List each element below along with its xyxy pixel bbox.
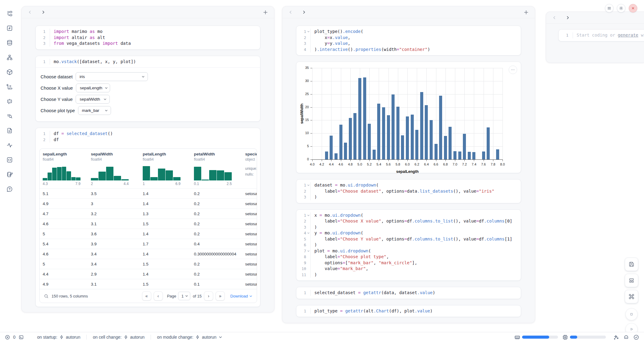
fold-gutter[interactable]: [306, 230, 310, 236]
chart-y-axis-title: sepalWidth: [300, 104, 304, 124]
copilot-button[interactable]: [623, 334, 629, 340]
tracing-icon[interactable]: [6, 142, 13, 148]
chevron-down-icon: [139, 75, 145, 78]
cpu-usage[interactable]: [562, 334, 606, 340]
dataframe-code-editor[interactable]: 1df = selected_dataset()2df: [36, 128, 260, 145]
code-line: 1x = mo.ui.dropdown(: [298, 212, 517, 219]
keyboard-shortcuts-button[interactable]: [625, 290, 638, 303]
table-row[interactable]: 4.931.40.2setosa: [40, 198, 257, 208]
column-histogram[interactable]: [143, 165, 181, 180]
file-tree-icon[interactable]: [6, 10, 13, 17]
last-page-button[interactable]: »: [216, 291, 225, 301]
run-config-segment[interactable]: on cell change:autorun: [86, 335, 151, 340]
selected-value: sepalLength: [80, 86, 102, 90]
table-row[interactable]: 4.63.41.40.30000000000000004setosa: [40, 249, 257, 259]
table-row[interactable]: 5.43.91.70.4setosa: [40, 239, 257, 249]
search-icon[interactable]: [44, 294, 48, 298]
chart-plot-area[interactable]: 051015202530354.04.24.44.64.85.05.25.45.…: [296, 62, 521, 173]
column-name[interactable]: petalLength: [143, 152, 188, 156]
dataset-dropdown-code-editor[interactable]: 1dataset = mo.ui.dropdown(2 label="Choos…: [296, 180, 521, 203]
generate-with-ai-link[interactable]: generate: [618, 33, 638, 37]
connection-status-button[interactable]: [633, 334, 639, 340]
settings-button[interactable]: [617, 4, 625, 12]
page-select[interactable]: 1: [178, 292, 190, 300]
logs-search-icon[interactable]: [6, 113, 13, 119]
packages-icon[interactable]: [6, 69, 13, 75]
imports-code-editor[interactable]: 1import marimo as mo2import altair as al…: [36, 26, 260, 49]
table-body: 5.13.51.40.2setosa4.931.40.2setosa4.73.2…: [40, 188, 257, 289]
column-name[interactable]: sepalWidth: [91, 152, 137, 156]
fold-gutter: [306, 188, 310, 194]
choose-y-value-select[interactable]: sepalWidth: [76, 95, 110, 104]
choose-x-value-select[interactable]: sepalLength: [76, 84, 110, 92]
next-page-button[interactable]: ›: [204, 291, 213, 301]
table-row[interactable]: 4.63.11.50.2setosa: [40, 219, 257, 229]
table-row[interactable]: 53.61.40.2setosa: [40, 229, 257, 239]
run-config-segment[interactable]: on startup:autorun: [31, 335, 87, 340]
control-row: Choose datasetiris: [41, 72, 255, 81]
save-notebook-button[interactable]: [625, 258, 638, 271]
xy-plot-dropdowns-code-editor[interactable]: 1x = mo.ui.dropdown(2 label="Choose X va…: [296, 210, 521, 281]
fold-gutter[interactable]: [306, 29, 310, 35]
documentation-icon[interactable]: [6, 127, 13, 134]
chevron-down-icon: [102, 86, 108, 90]
column-type: float64: [194, 157, 239, 162]
dependency-graph-icon[interactable]: [6, 54, 13, 61]
ai-features-button[interactable]: [613, 334, 619, 340]
download-button[interactable]: Download: [230, 294, 252, 298]
table-row[interactable]: 4.93.11.50.1setosa: [40, 279, 257, 289]
column-name[interactable]: petalWidth: [194, 152, 239, 156]
fold-gutter[interactable]: [306, 248, 310, 254]
next-column-button[interactable]: [41, 10, 45, 14]
close-button[interactable]: [629, 4, 637, 12]
table-row[interactable]: 4.73.21.30.2setosa: [40, 208, 257, 219]
next-column-button[interactable]: [566, 16, 570, 20]
add-cell-button[interactable]: [263, 10, 268, 15]
stop-kernel-button[interactable]: [625, 308, 638, 320]
layout-button[interactable]: [625, 274, 638, 287]
column-histogram[interactable]: [194, 165, 232, 180]
chart-bar: [406, 116, 409, 159]
function-square-icon[interactable]: [6, 25, 13, 31]
column-name[interactable]: sepalLength: [43, 152, 85, 156]
table-row[interactable]: 4.42.91.40.2setosa: [40, 269, 257, 279]
column-histogram[interactable]: [91, 165, 129, 180]
choose-dataset-select[interactable]: iris: [76, 72, 148, 81]
dropdown-controls: Choose datasetirisChoose X valuesepalLen…: [36, 67, 260, 121]
chat-bot-icon[interactable]: [6, 98, 13, 105]
chart-options-button[interactable]: [509, 66, 517, 74]
choose-plot-type-select[interactable]: mark_bar: [78, 106, 111, 115]
snippets-icon[interactable]: [6, 157, 13, 163]
fold-gutter[interactable]: [306, 182, 310, 188]
menu-button[interactable]: [605, 4, 614, 12]
prev-page-button[interactable]: ‹: [154, 291, 163, 301]
chart-bar: [482, 151, 485, 159]
first-page-button[interactable]: «: [142, 291, 151, 301]
scratchpad-icon[interactable]: [6, 171, 13, 178]
memory-usage[interactable]: [514, 334, 558, 340]
database-icon[interactable]: [6, 40, 13, 46]
line-number: 1: [38, 29, 45, 35]
selected-dataset-code-editor[interactable]: 1selected_dataset = getattr(data, datase…: [296, 287, 521, 299]
run-config-segment[interactable]: on module change:autorun: [151, 335, 228, 340]
plot-encode-code-editor[interactable]: 1plot_type().encode(2 x=x.value,3 y=y.va…: [296, 26, 521, 55]
empty-code-editor[interactable]: 1 Start coding or generate with AI: [559, 30, 644, 41]
vstack-code-editor[interactable]: 1mo.vstack([dataset, x, y, plot]): [36, 56, 260, 68]
errors-indicator[interactable]: 0: [5, 335, 19, 340]
prev-column-button[interactable]: [552, 16, 556, 20]
table-row[interactable]: 5.13.51.40.2setosa: [40, 188, 257, 198]
next-column-button[interactable]: [302, 10, 306, 14]
prev-column-button[interactable]: [288, 10, 293, 14]
prev-column-button[interactable]: [28, 10, 32, 14]
scroll-icon[interactable]: [6, 84, 13, 90]
status-bar: 0 on startup:autorunon cell change:autor…: [0, 332, 644, 342]
add-cell-button[interactable]: [524, 10, 529, 15]
plot-type-code-editor[interactable]: 1plot_type = getattr(alt.Chart(df), plot…: [296, 305, 521, 317]
table-cell: 3.9: [88, 242, 140, 246]
fold-gutter[interactable]: [306, 212, 310, 219]
column-histogram[interactable]: [43, 165, 80, 180]
terminal-button[interactable]: [19, 335, 24, 340]
column-name[interactable]: species: [245, 152, 257, 156]
help-icon[interactable]: [6, 186, 13, 192]
table-row[interactable]: 53.41.50.2setosa: [40, 259, 257, 269]
